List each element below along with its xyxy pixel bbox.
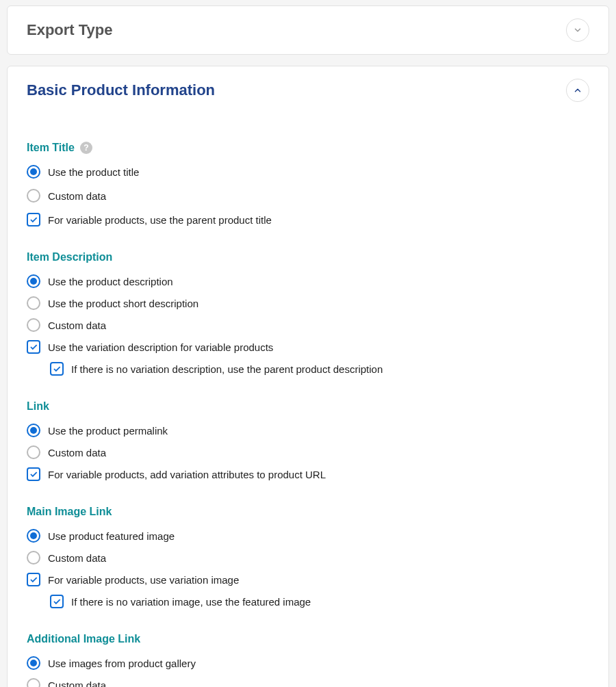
radio-featured-image[interactable]: Use product featured image [27, 525, 589, 547]
checkbox-icon [50, 362, 64, 376]
option-label: Use the product title [48, 166, 139, 178]
checkbox-icon [27, 467, 40, 481]
radio-icon [27, 678, 40, 687]
radio-icon [27, 656, 40, 670]
basic-product-body: Item Title ? Use the product title Custo… [8, 114, 608, 687]
option-label: Use the product permalink [48, 425, 168, 437]
chevron-down-icon[interactable] [566, 18, 589, 42]
basic-product-header[interactable]: Basic Product Information [8, 66, 608, 114]
export-type-title: Export Type [27, 21, 113, 39]
option-label: Custom data [48, 320, 106, 331]
item-description-heading: Item Description [27, 251, 589, 263]
radio-use-product-title[interactable]: Use the product title [27, 161, 589, 183]
option-label: Use images from product gallery [48, 658, 196, 669]
item-title-heading: Item Title ? [27, 142, 589, 154]
checkbox-icon [27, 340, 40, 354]
radio-additional-custom-data[interactable]: Custom data [27, 674, 589, 687]
item-description-section: Item Description Use the product descrip… [27, 251, 589, 380]
radio-use-product-desc[interactable]: Use the product description [27, 270, 589, 292]
checkbox-add-variation-attrs[interactable]: For variable products, add variation att… [27, 463, 589, 485]
link-heading: Link [27, 400, 589, 413]
additional-image-label: Additional Image Link [27, 633, 140, 645]
checkbox-fallback-parent-desc[interactable]: If there is no variation description, us… [50, 358, 589, 380]
radio-link-custom-data[interactable]: Custom data [27, 441, 589, 463]
radio-icon [27, 296, 40, 310]
chevron-up-icon[interactable] [566, 79, 589, 102]
export-type-header[interactable]: Export Type [8, 6, 608, 54]
item-title-label: Item Title [27, 142, 75, 154]
checkbox-icon [27, 213, 40, 226]
additional-image-heading: Additional Image Link [27, 633, 589, 645]
option-label: Custom data [48, 679, 106, 688]
item-description-label: Item Description [27, 251, 112, 263]
option-label: Custom data [48, 552, 106, 564]
checkbox-icon [27, 573, 40, 586]
option-label: If there is no variation image, use the … [71, 596, 311, 608]
option-label: For variable products, use the parent pr… [48, 214, 272, 226]
main-image-section: Main Image Link Use product featured ima… [27, 506, 589, 612]
radio-icon [27, 165, 40, 179]
radio-icon [27, 424, 40, 437]
radio-custom-data[interactable]: Custom data [27, 185, 589, 207]
link-label: Link [27, 400, 49, 413]
link-section: Link Use the product permalink Custom da… [27, 400, 589, 485]
basic-product-title: Basic Product Information [27, 81, 215, 99]
option-label: Use the product description [48, 276, 173, 287]
radio-icon [27, 445, 40, 459]
radio-icon [27, 274, 40, 288]
radio-icon [27, 551, 40, 565]
item-title-section: Item Title ? Use the product title Custo… [27, 142, 589, 231]
additional-image-section: Additional Image Link Use images from pr… [27, 633, 589, 687]
main-image-label: Main Image Link [27, 506, 112, 518]
help-icon[interactable]: ? [80, 142, 92, 154]
checkbox-icon [50, 595, 64, 608]
option-label: For variable products, use variation ima… [48, 574, 239, 586]
radio-icon [27, 318, 40, 332]
checkbox-use-variation-desc[interactable]: Use the variation description for variab… [27, 336, 589, 358]
radio-permalink[interactable]: Use the product permalink [27, 419, 589, 441]
radio-icon [27, 189, 40, 203]
option-label: Use the product short description [48, 298, 198, 309]
radio-gallery-images[interactable]: Use images from product gallery [27, 652, 589, 674]
option-label: Custom data [48, 447, 106, 458]
option-label: For variable products, add variation att… [48, 469, 326, 480]
radio-use-short-desc[interactable]: Use the product short description [27, 292, 589, 314]
export-type-panel: Export Type [7, 5, 609, 55]
option-label: If there is no variation description, us… [71, 363, 383, 375]
checkbox-variation-image[interactable]: For variable products, use variation ima… [27, 569, 589, 591]
radio-desc-custom-data[interactable]: Custom data [27, 314, 589, 336]
radio-image-custom-data[interactable]: Custom data [27, 547, 589, 569]
option-label: Use product featured image [48, 530, 175, 542]
radio-icon [27, 529, 40, 543]
basic-product-panel: Basic Product Information Item Title ? U… [7, 66, 609, 687]
checkbox-use-parent-title[interactable]: For variable products, use the parent pr… [27, 209, 589, 231]
checkbox-fallback-featured[interactable]: If there is no variation image, use the … [50, 591, 589, 612]
option-label: Use the variation description for variab… [48, 341, 273, 353]
main-image-heading: Main Image Link [27, 506, 589, 518]
option-label: Custom data [48, 190, 106, 202]
